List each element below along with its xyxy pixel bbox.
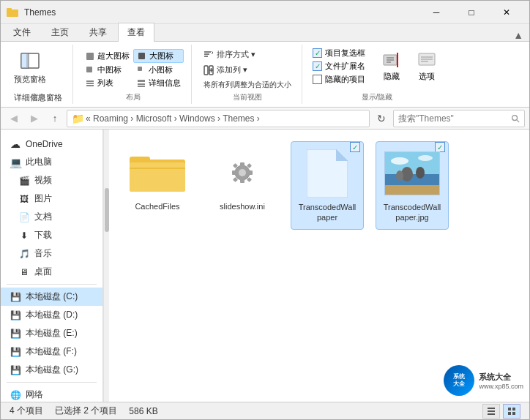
small-option[interactable]: 小图标 [133,64,184,76]
address-input[interactable]: 📁 « Roaming › Microsoft › Windows › Them… [67,110,370,127]
up-button[interactable]: ↑ [46,110,64,127]
svg-rect-40 [240,179,245,183]
view-toggle-buttons [482,404,520,419]
cached-name: CachedFiles [135,201,179,211]
fit-columns-button[interactable]: 将所有列调整为合适的大小 [199,78,296,91]
sidebar-item-network[interactable]: 🌐 网络 [1,386,102,402]
breadcrumb-text: « Roaming › Microsoft › Windows › Themes… [86,113,260,124]
extra-large-icon [85,51,95,61]
watermark-text-area: 系统大全 www.xp85.com [479,372,523,390]
svg-rect-62 [508,412,511,415]
forward-button[interactable]: ▶ [26,110,43,127]
sidebar-scrollbar[interactable] [103,130,109,402]
transcoded-icon-area [298,148,357,199]
svg-marker-48 [336,149,348,161]
breadcrumb: 📁 « Roaming › Microsoft › Windows › Them… [72,113,260,124]
sidebar-item-local-c[interactable]: 💾 本地磁盘 (C:) [1,288,102,306]
file-size: 586 KB [129,406,157,416]
documents-label: 文档 [34,211,52,223]
hide-options: 隐藏 选项 [377,48,441,83]
sidebar-item-documents[interactable]: 📄 文档 [1,208,102,226]
sidebar-item-music[interactable]: 🎵 音乐 [1,244,102,263]
svg-rect-18 [204,66,208,75]
svg-rect-12 [138,80,145,82]
sidebar-item-local-f[interactable]: 💾 本地磁盘 (F:) [1,342,102,361]
watermark-url: www.xp85.com [479,383,523,390]
details-option[interactable]: 详细信息 [133,77,184,89]
sidebar-item-downloads[interactable]: ⬇ 下载 [1,226,102,244]
options-button[interactable]: 选项 [412,48,441,83]
ribbon-group-preview: 预览窗格 详细信息窗格 窗格 [4,45,73,104]
title-bar: Themes ─ □ ✕ [1,1,529,24]
hide-button[interactable]: 隐藏 [377,48,406,83]
refresh-button[interactable]: ↻ [373,110,390,127]
network-label: 网络 [26,389,43,401]
maximize-button[interactable]: □ [455,1,488,24]
large-option[interactable]: 大图标 [133,49,184,63]
pictures-label: 图片 [34,192,52,205]
desktop-icon: 🖥 [18,266,30,278]
local-c-icon: 💾 [10,291,21,303]
search-input[interactable] [398,113,508,124]
sidebar-item-onedrive[interactable]: ☁ OneDrive [1,135,102,153]
file-item-transcoded-jpg[interactable]: TranscodedWallpaper.jpg [376,141,449,230]
details-icon [136,78,146,89]
sidebar-item-local-g[interactable]: 💾 本地磁盘 (G:) [1,361,102,379]
tab-share[interactable]: 共享 [80,23,116,42]
sort-by-button[interactable]: 排序方式 ▾ [199,48,260,61]
options-label: 选项 [419,71,435,82]
config-svg [223,152,261,193]
selected-items: 已选择 2 个项目 [55,405,117,417]
medium-option[interactable]: 中图标 [82,64,132,76]
file-item-transcoded[interactable]: TranscodedWallpaper [291,141,364,230]
minimize-button[interactable]: ─ [419,1,453,24]
window-controls: ─ □ ✕ [419,1,523,24]
svg-line-32 [517,120,519,122]
network-icon: 🌐 [10,389,21,401]
preview-pane-button[interactable]: 预览窗格 [10,48,51,88]
watermark-circle: 系统大全 [444,365,474,396]
sidebar-item-pictures[interactable]: 🖼 图片 [1,190,102,208]
desktop-label: 桌面 [34,266,52,278]
show-hide-content: 项目复选框 文件扩展名 隐藏的项目 [313,48,441,95]
add-column-button[interactable]: 添加列 ▾ [199,63,252,77]
item-checkbox-option[interactable]: 项目复选框 [313,48,365,59]
tab-file[interactable]: 文件 [4,23,40,42]
preview-group-label: 窗格 [31,92,45,102]
ribbon-group-current-view: 排序方式 ▾ 添加列 ▾ 将所有列调整为合适的大小 当前视图 [193,45,302,104]
sort-by-label: 排序方式 ▾ [217,49,255,60]
file-item-cached[interactable]: CachedFiles [121,141,194,230]
sidebar-divider [7,284,97,285]
hidden-items-option[interactable]: 隐藏的项目 [313,74,365,85]
svg-rect-13 [138,83,145,85]
tab-view[interactable]: 查看 [118,23,154,42]
status-bar: 4 个项目 已选择 2 个项目 586 KB [1,402,529,419]
sidebar-item-local-e[interactable]: 💾 本地磁盘 (E:) [1,324,102,342]
file-item-slideshow[interactable]: slideshow.ini [206,141,279,230]
list-option[interactable]: 列表 [82,77,132,89]
local-c-label: 本地磁盘 (C:) [26,290,78,303]
sidebar-item-desktop[interactable]: 🖥 桌面 [1,263,102,281]
transcoded-jpg-name: TranscodedWallpaper.jpg [382,202,442,223]
folder-svg-cached [130,151,185,195]
close-button[interactable]: ✕ [490,1,523,24]
list-icon [85,78,95,89]
hidden-items-label: 隐藏的项目 [325,74,365,85]
main-area: ☁ OneDrive 💻 此电脑 🎬 视频 🖼 图片 📄 文档 [1,130,529,402]
details-view-toggle[interactable] [482,404,500,419]
ribbon-group-layout: 超大图标 大图标 中图标 [75,45,192,104]
thumbnail-svg [385,152,440,195]
title-bar-icons [7,7,18,18]
svg-point-51 [418,155,433,161]
file-ext-option[interactable]: 文件扩展名 [313,61,365,72]
large-view-toggle[interactable] [503,404,520,419]
sidebar-item-videos[interactable]: 🎬 视频 [1,171,102,190]
sidebar-item-this-pc[interactable]: 💻 此电脑 [1,153,102,171]
extra-large-option[interactable]: 超大图标 [82,49,132,63]
tab-home[interactable]: 主页 [42,23,78,42]
back-button[interactable]: ◀ [5,110,23,127]
small-icon [136,65,146,75]
sidebar-item-local-d[interactable]: 💾 本地磁盘 (D:) [1,306,102,324]
slideshow-name: slideshow.ini [220,201,265,211]
onedrive-label: OneDrive [26,139,63,149]
